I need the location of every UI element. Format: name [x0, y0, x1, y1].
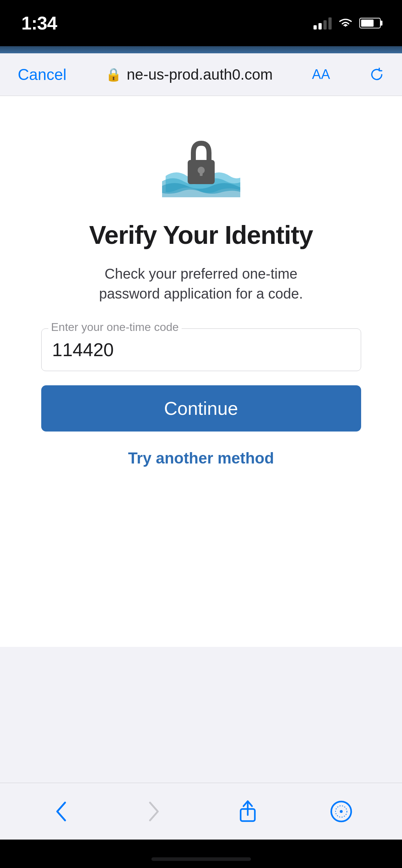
otp-input[interactable] [41, 328, 361, 371]
status-time: 1:34 [21, 12, 57, 34]
svg-rect-2 [200, 170, 203, 176]
svg-point-6 [340, 810, 343, 813]
status-bar: 1:34 [0, 0, 402, 46]
browser-url: ne-us-prod.auth0.com [127, 66, 273, 83]
otp-input-wrapper: Enter your one-time code [41, 328, 361, 371]
app-logo [162, 124, 240, 199]
try-another-method-link[interactable]: Try another method [128, 449, 274, 467]
wifi-icon [338, 17, 353, 29]
signal-icon [313, 17, 332, 30]
share-button[interactable] [230, 797, 266, 826]
compass-button[interactable] [323, 797, 359, 826]
continue-button[interactable]: Continue [41, 385, 361, 432]
aa-button[interactable]: AA [312, 67, 330, 82]
cancel-button[interactable]: Cancel [18, 66, 66, 84]
page-subtitle: Check your preferred one-time password a… [77, 264, 326, 304]
url-section: 🔒 ne-us-prod.auth0.com [106, 66, 273, 83]
status-icons [313, 17, 381, 30]
otp-input-label: Enter your one-time code [48, 321, 182, 334]
back-button[interactable] [43, 797, 79, 826]
home-indicator [151, 857, 251, 861]
bottom-nav-bar [0, 783, 402, 840]
refresh-icon[interactable] [369, 67, 384, 82]
battery-icon [359, 18, 381, 28]
browser-top-bar [0, 46, 402, 53]
page-title: Verify Your Identity [89, 220, 313, 250]
lock-icon: 🔒 [106, 67, 122, 82]
browser-address-bar: Cancel 🔒 ne-us-prod.auth0.com AA [0, 53, 402, 96]
forward-button[interactable] [136, 797, 172, 826]
